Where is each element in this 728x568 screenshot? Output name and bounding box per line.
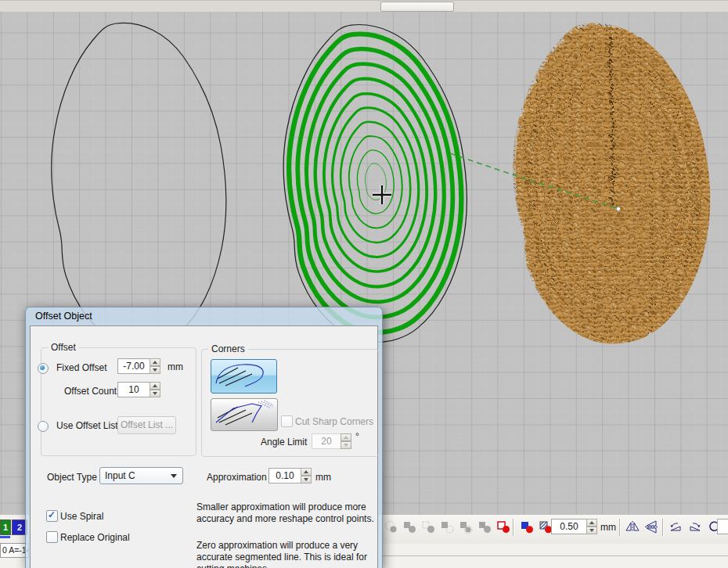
color-palette: 1 2 bbox=[0, 515, 27, 544]
zero-approximation-note: Zero approximation will produce a very a… bbox=[196, 540, 384, 568]
toolbar-separator bbox=[513, 519, 514, 536]
approximation-stepper[interactable] bbox=[301, 468, 312, 484]
toolbar-offset-unit: mm bbox=[600, 522, 616, 533]
object-type-label: Object Type bbox=[47, 472, 97, 483]
angle-limit-input[interactable]: 20 bbox=[312, 433, 341, 449]
offset-count-stepper[interactable] bbox=[150, 382, 160, 397]
corners-group-label: Corners bbox=[208, 343, 248, 354]
object-type-dropdown[interactable]: Input C bbox=[99, 467, 183, 484]
scrollbar-thumb[interactable] bbox=[380, 2, 454, 12]
angle-limit-label: Angle Limit bbox=[261, 437, 307, 448]
subtract-disabled-icon[interactable] bbox=[438, 518, 456, 535]
flip-horizontal-icon[interactable] bbox=[624, 518, 641, 535]
toolbar-offset-input[interactable]: 0.50 bbox=[551, 519, 587, 534]
cut-sharp-corners-label: Cut Sharp Corners bbox=[295, 416, 373, 427]
fixed-offset-label: Fixed Offset bbox=[56, 362, 106, 373]
cut-sharp-corners-checkbox[interactable] bbox=[281, 415, 293, 427]
horizontal-scrollbar[interactable] bbox=[0, 0, 728, 12]
exclude-disabled-icon[interactable] bbox=[476, 518, 493, 535]
rotate-cw-45-icon[interactable] bbox=[687, 518, 704, 535]
intersect-disabled-icon[interactable] bbox=[457, 518, 474, 535]
use-spiral-checkbox[interactable] bbox=[46, 510, 58, 522]
offset-group-label: Offset bbox=[48, 342, 79, 353]
offset-list-button[interactable]: Offset List ... bbox=[117, 416, 176, 434]
rounded-corners-button[interactable] bbox=[211, 359, 277, 394]
fixed-offset-unit: mm bbox=[168, 361, 183, 372]
fill-object-icon[interactable] bbox=[518, 518, 535, 535]
trim-disabled-icon[interactable] bbox=[401, 518, 418, 535]
fixed-offset-stepper[interactable] bbox=[150, 358, 160, 374]
approximation-note: Smaller approximation will produce more … bbox=[196, 501, 378, 525]
toolbar-separator bbox=[619, 519, 621, 536]
dialog-body: Offset Fixed Offset -7.00 mm Offset Coun… bbox=[30, 325, 378, 568]
flip-vertical-icon[interactable] bbox=[643, 518, 660, 535]
offset-count-label: Offset Count bbox=[64, 386, 117, 397]
replace-original-checkbox[interactable] bbox=[46, 531, 58, 543]
toolbar-separator bbox=[662, 519, 664, 536]
toolbar-offset-stepper[interactable] bbox=[586, 519, 597, 534]
weld-disabled-icon[interactable] bbox=[382, 518, 399, 535]
approximation-unit: mm bbox=[315, 472, 331, 483]
rounded-corners-icon bbox=[211, 360, 275, 391]
use-offset-list-label: Use Offset List bbox=[56, 420, 117, 431]
fixed-offset-input[interactable]: -7.00 bbox=[117, 358, 150, 374]
offset-object-dialog: Offset Object Offset Fixed Offset -7.00 … bbox=[25, 307, 383, 568]
current-color-underline bbox=[0, 536, 10, 538]
approximation-label: Approximation bbox=[207, 472, 267, 483]
toolbar-angle-input[interactable] bbox=[717, 519, 728, 534]
rotate-ccw-45-icon[interactable] bbox=[667, 518, 684, 535]
angle-limit-stepper[interactable] bbox=[341, 433, 351, 449]
use-spiral-label: Use Spiral bbox=[60, 511, 103, 522]
sharp-corners-button[interactable] bbox=[211, 398, 278, 431]
use-offset-list-radio[interactable] bbox=[38, 421, 49, 432]
palette-swatch-1[interactable]: 1 bbox=[0, 519, 11, 535]
dialog-title[interactable]: Offset Object bbox=[26, 307, 382, 325]
approximation-input[interactable]: 0.10 bbox=[268, 468, 301, 484]
fixed-offset-radio[interactable] bbox=[38, 363, 49, 374]
sharp-corners-icon bbox=[211, 399, 276, 429]
offset-count-input[interactable]: 10 bbox=[117, 382, 150, 397]
angle-limit-unit: ° bbox=[355, 431, 359, 442]
remove-overlap-icon[interactable] bbox=[495, 518, 512, 535]
merge-disabled-icon[interactable] bbox=[420, 518, 437, 535]
replace-original-label: Replace Original bbox=[60, 532, 130, 543]
